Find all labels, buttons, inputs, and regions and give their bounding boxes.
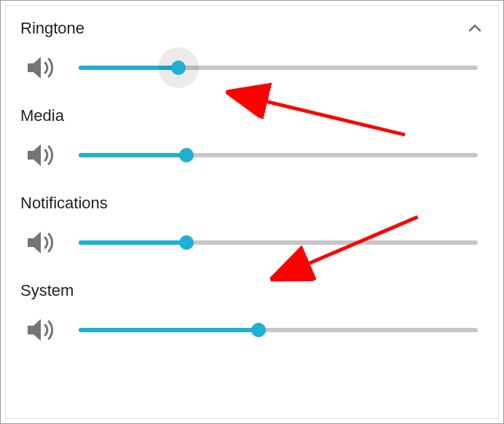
speaker-icon — [25, 229, 58, 256]
system-slider-row — [20, 303, 484, 363]
slider-thumb[interactable] — [171, 60, 186, 75]
system-label: System — [20, 281, 74, 300]
ringtone-slider[interactable] — [79, 57, 478, 79]
slider-thumb[interactable] — [179, 235, 194, 250]
speaker-icon — [25, 316, 58, 344]
ringtone-header: Ringtone — [20, 13, 484, 41]
speaker-icon — [25, 141, 58, 169]
notifications-slider-row — [20, 216, 484, 275]
media-slider[interactable] — [79, 144, 478, 166]
window-frame: Ringtone Media — [0, 0, 504, 424]
system-header: System — [20, 275, 484, 303]
system-slider[interactable] — [79, 319, 478, 341]
notifications-label: Notifications — [20, 194, 108, 213]
chevron-up-icon[interactable] — [466, 20, 484, 37]
speaker-icon — [25, 54, 58, 82]
slider-fill — [79, 240, 186, 245]
slider-fill — [79, 153, 186, 157]
slider-thumb[interactable] — [251, 323, 266, 337]
media-label: Media — [20, 106, 64, 125]
volume-panel: Ringtone Media — [5, 5, 499, 419]
slider-fill — [79, 328, 259, 332]
ringtone-label: Ringtone — [20, 19, 84, 38]
slider-thumb[interactable] — [179, 148, 194, 162]
media-slider-row — [20, 128, 484, 188]
notifications-header: Notifications — [20, 188, 484, 216]
ringtone-slider-row — [20, 41, 484, 101]
media-header: Media — [20, 101, 484, 128]
notifications-slider[interactable] — [79, 232, 478, 254]
